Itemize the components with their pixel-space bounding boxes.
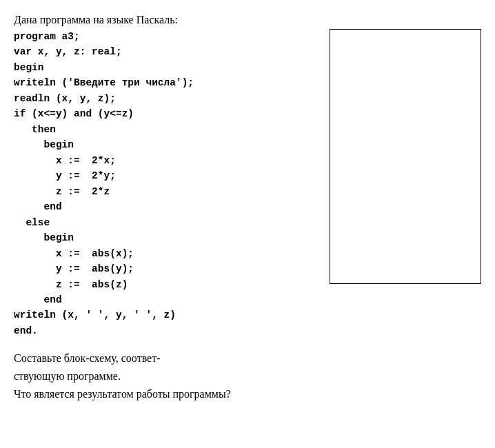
code-block: program a3; var x, y, z: real; begin wri…: [14, 29, 323, 338]
footer-line1: Составьте блок-схему, соответ-: [14, 352, 161, 364]
code-section: program a3; var x, y, z: real; begin wri…: [14, 29, 323, 338]
footer-line3: Что является результатом работы программ…: [14, 388, 231, 400]
diagram-area: [330, 29, 481, 338]
footer-line2: ствующую программе.: [14, 370, 121, 382]
intro-title: Дана программа на языке Паскаль:: [14, 14, 481, 26]
footer-text: Составьте блок-схему, соответ- ствующую …: [14, 349, 481, 403]
diagram-box: [330, 29, 481, 284]
